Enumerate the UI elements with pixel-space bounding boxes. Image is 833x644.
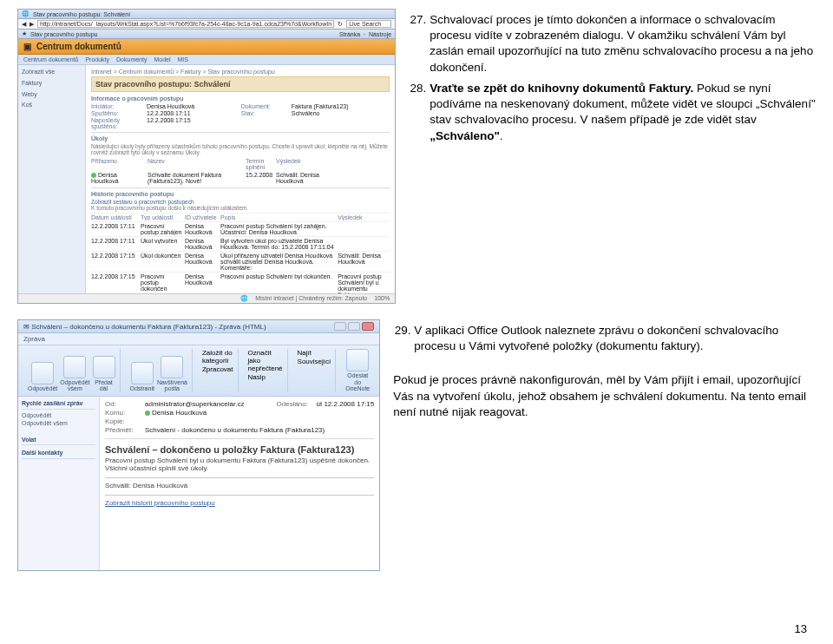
followup-label[interactable]: Naslp — [248, 373, 266, 381]
nav-item[interactable]: Zobrazit vše — [22, 68, 82, 76]
instruction-28: Vraťte se zpět do knihovny dokumentů Fak… — [430, 81, 816, 144]
history-row: 12.2.2008 17:11 Pracovní postup zahájen … — [91, 221, 390, 236]
nav-item[interactable]: Faktury — [22, 79, 82, 88]
mail-body-line: Pracovní postup Schválení byl u dokument… — [105, 457, 374, 472]
col-header: Název — [148, 158, 243, 170]
reply-label: Odpovědět — [28, 385, 57, 391]
outlook-ribbon: Odpovědět Odpovědět všem Předat dál Odst… — [18, 345, 379, 397]
mark-unread-label[interactable]: Označit jako nepřečtené — [248, 349, 283, 372]
to-label: Komu: — [105, 409, 140, 417]
categorize-label[interactable]: Založit do kategorií — [202, 349, 233, 365]
col-header: Výsledek — [338, 214, 390, 220]
sp-leftnav: Zobrazit vše Faktury Weby Koš — [18, 65, 86, 293]
world-icon: 🌐 — [240, 295, 248, 302]
info-label: Dokument: — [241, 103, 286, 109]
url-field[interactable]: http://intranet/Docs/_layouts/WrkStat.as… — [37, 20, 334, 28]
site-tab[interactable]: Centrum dokumentů — [23, 56, 78, 62]
outlook-screenshot: ✉ Schválení – dokončeno u dokumentu Fakt… — [17, 319, 380, 571]
col-header: Typ události — [141, 214, 182, 220]
hist-type: Pracovní postup zahájen — [141, 223, 182, 235]
nav-item[interactable]: Koš — [22, 101, 82, 109]
history-row: 12.2.2008 17:11 Úkol vytvořen Denisa Hou… — [91, 236, 390, 251]
side-title: Rychlé zasílání zpráv — [22, 399, 95, 409]
close-icon[interactable] — [362, 322, 374, 331]
delete-icon — [131, 362, 154, 384]
related-label[interactable]: Související — [298, 358, 331, 365]
section-title: Historie pracovního postupu — [91, 191, 390, 197]
sharepoint-screenshot: 🌐 Stav pracovního postupu: Schválení ◀ ▶… — [17, 9, 396, 304]
task-date: 15.2.2008 — [246, 172, 273, 184]
hist-desc: Byl vytvořen úkol pro uživatele Denisa H… — [220, 238, 335, 250]
hist-type: Úkol vytvořen — [141, 238, 182, 244]
find-label[interactable]: Najít — [298, 349, 312, 357]
col-header: Výsledek — [276, 158, 326, 170]
separator — [105, 477, 374, 478]
move-icon — [161, 356, 183, 378]
zoom-label: 100% — [374, 295, 390, 302]
page-title: Stav pracovního postupu: Schválení — [91, 76, 390, 92]
forward-button[interactable]: Předat dál — [93, 356, 115, 392]
mail-approved-line: Schválil: Denisa Houdková — [105, 482, 374, 490]
sent-label: Odesláno: — [277, 400, 312, 408]
hist-res: Pracovní postup Schválení byl u dokument… — [338, 273, 390, 293]
hist-user: Denisa Houdková — [185, 273, 218, 286]
outlook-titlebar: ✉ Schválení – dokončeno u dokumentu Fakt… — [18, 320, 379, 333]
info-value: Schváleno — [292, 110, 390, 116]
ie-addressbar: ◀ ▶ http://intranet/Docs/_layouts/WrkSta… — [18, 19, 395, 30]
category-label[interactable]: Zpracovat — [202, 365, 233, 373]
ie-tab[interactable]: Stav pracovního postupu — [30, 31, 97, 37]
move-button[interactable]: Navštívená pošta — [157, 356, 187, 392]
task-title[interactable]: Schvalte dokument Faktura (Faktura123). … — [148, 172, 243, 184]
side-item[interactable]: Odpovědět všem — [22, 419, 95, 427]
ribbon-tab[interactable]: Zpráva — [23, 335, 45, 343]
history-link[interactable]: Zobrazit historii pracovního postupu — [105, 499, 374, 507]
tasks-section: Úkoly Následující úkoly byly přiřazeny ú… — [91, 135, 390, 188]
forward-label: Předat dál — [95, 379, 113, 392]
info-label: Naposledy spuštěno: — [91, 117, 141, 129]
col-header: Popis — [220, 214, 335, 220]
outlook-sidepanel: Rychlé zasílání zpráv Odpovědět Odpovědě… — [18, 397, 100, 570]
info-value: Faktura (Faktura123) — [292, 103, 390, 109]
onenote-button[interactable]: Odeslat do OneNote — [345, 349, 370, 392]
separator — [105, 495, 374, 496]
site-tab[interactable]: MIS — [178, 56, 188, 62]
zone-label: Místní intranet | Chráněný režim: Zapnut… — [255, 295, 367, 302]
col-header: Datum události — [91, 214, 138, 220]
site-tab[interactable]: Dokumenty — [116, 56, 147, 62]
page-number: 13 — [795, 622, 807, 635]
hist-desc: Úkol přiřazený uživateli Denisa Houdková… — [220, 253, 335, 271]
mail-icon: ✉ — [23, 323, 30, 331]
hist-type: Pracovní postup dokončen — [141, 273, 182, 292]
site-tab[interactable]: Produkty — [85, 56, 109, 62]
hist-date: 12.2.2008 17:11 — [91, 223, 138, 229]
hist-date: 12.2.2008 17:11 — [91, 238, 138, 244]
reply-button[interactable]: Odpovědět — [28, 362, 57, 392]
maximize-icon[interactable] — [348, 322, 360, 331]
minimize-icon[interactable] — [334, 322, 346, 331]
nav-back-icon: ◀ — [22, 21, 26, 28]
nav-item[interactable]: Weby — [22, 90, 82, 99]
col-header: ID uživatele — [185, 214, 218, 220]
move-label: Navštívená pošta — [157, 379, 187, 392]
delete-label: Odstranit — [130, 385, 154, 391]
hist-date: 12.2.2008 17:15 — [91, 253, 138, 259]
history-section: Historie pracovního postupu Zobrazit ses… — [91, 191, 390, 293]
sent-value: út 12.2.2008 17:15 — [317, 400, 375, 408]
section-note: Následující úkoly byly přiřazeny účastní… — [91, 143, 390, 155]
info-value: 12.2.2008 17:11 — [147, 110, 236, 116]
instruction-28-bold: Vraťte se zpět do knihovny dokumentů Fak… — [430, 82, 697, 95]
reply-all-label: Odpovědět všem — [60, 379, 89, 392]
fav-icon: ★ — [22, 30, 27, 37]
instruction-list-top: Schvalovací proces je tímto dokončen a i… — [409, 12, 816, 144]
delete-button[interactable]: Odstranit — [130, 362, 154, 392]
hist-res: Schválil: Denisa Houdková — [338, 253, 390, 265]
side-item[interactable]: Odpovědět — [22, 411, 95, 419]
history-link[interactable]: Zobrazit sestavu o pracovních postupech — [91, 199, 390, 205]
mail-headers: Od: administrator@superkancelar.cz Odesl… — [105, 400, 374, 439]
reply-all-icon — [63, 356, 86, 378]
search-field[interactable]: Live Search — [346, 20, 391, 28]
forward-icon — [93, 356, 115, 378]
site-tab[interactable]: Model — [154, 56, 170, 62]
title-glyph-icon: 🌐 — [22, 10, 30, 17]
reply-all-button[interactable]: Odpovědět všem — [60, 356, 89, 392]
